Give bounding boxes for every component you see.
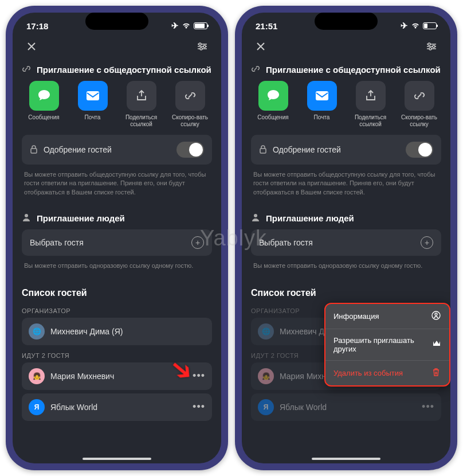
svg-point-13	[435, 313, 437, 315]
copy-link-icon	[405, 81, 434, 111]
guest-row[interactable]: Я Яблык World •••	[22, 393, 212, 421]
plus-icon: +	[421, 236, 433, 249]
settings-button[interactable]	[194, 38, 211, 55]
svg-point-1	[203, 45, 206, 48]
phone-left: 17:18 ✈︎ 83	[6, 6, 228, 470]
avatar: 👧	[29, 368, 45, 384]
guest-name: Яблык World	[280, 403, 327, 412]
lock-icon	[259, 145, 267, 155]
close-icon	[27, 42, 36, 51]
airplane-icon: ✈︎	[401, 21, 408, 31]
share-link[interactable]: Поделиться ссылкой	[348, 81, 393, 128]
battery-icon: 83	[194, 22, 207, 29]
invite-link-title: Приглашение с общедоступной ссылкой	[37, 65, 211, 75]
guest-name: Мария Михневич	[50, 372, 114, 381]
choose-guest-row[interactable]: Выбрать гостя +	[251, 229, 441, 256]
wifi-icon	[182, 22, 191, 29]
guest-row[interactable]: 👧 Мария Михневич •••	[22, 362, 212, 390]
svg-point-0	[199, 43, 201, 45]
avatar: 🌐	[258, 323, 274, 340]
close-icon	[256, 42, 265, 51]
svg-point-8	[429, 48, 431, 50]
more-button[interactable]: •••	[193, 370, 205, 382]
avatar: 👧	[258, 368, 274, 384]
mail-icon	[307, 81, 337, 111]
avatar: Я	[29, 399, 45, 415]
trash-icon	[431, 368, 441, 379]
more-button[interactable]: •••	[193, 401, 205, 413]
guests-going-label: ИДУТ 2 ГОСТЯ	[22, 349, 212, 362]
svg-point-5	[25, 214, 28, 217]
share-mail[interactable]: Почта	[70, 81, 115, 128]
share-icon	[356, 81, 386, 111]
crown-icon	[431, 340, 441, 349]
approval-label: Одобрение гостей	[44, 145, 112, 154]
invite-people-title: Приглашение людей	[37, 213, 125, 223]
mail-icon	[78, 81, 108, 111]
share-link[interactable]: Поделиться ссылкой	[119, 81, 163, 128]
battery-icon: 28	[423, 22, 437, 29]
organizer-row[interactable]: 🌐 Михневич Дима (Я)	[22, 318, 212, 345]
home-indicator[interactable]	[83, 458, 151, 460]
share-icon	[127, 81, 156, 111]
organizer-label: ОРГАНИЗАТОР	[22, 304, 212, 318]
ctx-info[interactable]: Информация	[325, 304, 449, 329]
messages-label: Сообщения	[257, 114, 288, 121]
sliders-icon	[197, 42, 208, 51]
share-messages[interactable]: Сообщения	[251, 81, 295, 128]
wifi-icon	[411, 22, 420, 29]
messages-label: Сообщения	[28, 114, 59, 121]
approval-toggle-row: Одобрение гостей	[251, 135, 441, 165]
copy-link[interactable]: Скопиро-вать ссылку	[168, 81, 212, 128]
airplane-icon: ✈︎	[171, 21, 179, 31]
svg-rect-10	[260, 149, 266, 153]
close-button[interactable]	[252, 38, 269, 55]
share-label: Поделиться ссылкой	[348, 114, 393, 128]
choose-guest-label: Выбрать гостя	[30, 238, 84, 247]
organizer-name: Михневич Дима (Я)	[50, 327, 123, 336]
guest-list-header: Список гостей	[22, 283, 212, 304]
link-icon	[22, 64, 31, 75]
home-indicator[interactable]	[312, 458, 380, 460]
choose-help: Вы можете отправить одноразовую ссылку о…	[251, 259, 441, 276]
approval-help: Вы можете отправить общедоступную ссылку…	[22, 168, 212, 202]
share-label: Поделиться ссылкой	[119, 114, 163, 128]
svg-point-11	[254, 214, 257, 217]
copy-label: Скопиро-вать ссылку	[397, 114, 441, 128]
person-icon	[251, 213, 260, 224]
settings-button[interactable]	[423, 38, 440, 55]
mail-label: Почта	[85, 114, 101, 121]
mail-label: Почта	[314, 114, 330, 121]
guest-list-header: Список гостей	[251, 283, 441, 304]
avatar: 🌐	[29, 323, 45, 340]
messages-icon	[258, 81, 288, 111]
share-mail[interactable]: Почта	[300, 81, 344, 128]
copy-link-icon	[175, 81, 205, 111]
svg-rect-9	[316, 92, 328, 100]
approval-toggle[interactable]	[406, 142, 433, 158]
svg-rect-3	[87, 92, 99, 100]
svg-point-6	[428, 43, 430, 45]
copy-label: Скопиро-вать ссылку	[168, 114, 212, 128]
info-icon	[431, 311, 441, 322]
copy-link[interactable]: Скопиро-вать ссылку	[397, 81, 441, 128]
approval-toggle[interactable]	[176, 142, 204, 158]
share-messages[interactable]: Сообщения	[22, 81, 66, 128]
ctx-remove[interactable]: Удалить из события	[325, 361, 449, 385]
ctx-allow-invite[interactable]: Разрешить приглашать других	[325, 329, 449, 361]
close-button[interactable]	[23, 38, 40, 55]
sliders-icon	[426, 42, 437, 51]
choose-guest-row[interactable]: Выбрать гостя +	[22, 229, 212, 256]
guest-name: Яблык World	[50, 403, 97, 412]
person-icon	[22, 213, 31, 224]
phone-right: 21:51 ✈︎ 28	[235, 6, 457, 470]
svg-point-7	[433, 45, 435, 48]
more-button[interactable]: •••	[422, 401, 434, 413]
approval-toggle-row: Одобрение гостей	[22, 135, 212, 165]
status-time: 21:51	[256, 21, 277, 31]
status-time: 17:18	[26, 21, 48, 31]
choose-help: Вы можете отправить одноразовую ссылку о…	[22, 259, 212, 276]
link-icon	[251, 64, 260, 75]
guest-row[interactable]: Я Яблык World •••	[251, 393, 441, 421]
notch	[85, 13, 148, 30]
